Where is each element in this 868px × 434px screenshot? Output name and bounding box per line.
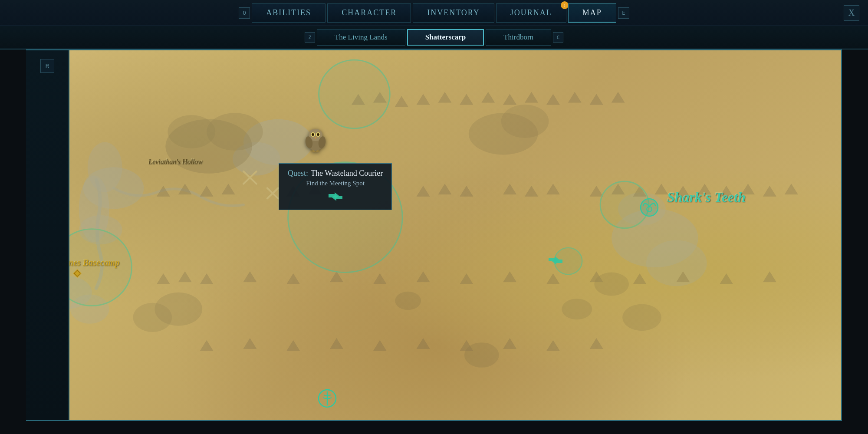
sub-tab-living-lands[interactable]: The Living Lands	[317, 29, 405, 46]
basecamp-icon[interactable]	[72, 269, 82, 280]
close-button[interactable]: X	[844, 5, 859, 21]
tab-abilities[interactable]: ABILITIES	[252, 3, 326, 23]
small-right-marker[interactable]	[548, 254, 563, 268]
sidebar-r-key[interactable]: R	[40, 59, 54, 73]
sub-tab-shatterscarp[interactable]: Shatterscarp	[407, 29, 484, 46]
tab-journal[interactable]: JOURNAL !	[496, 3, 566, 23]
svg-point-97	[312, 133, 314, 136]
map-sidebar: R	[26, 49, 69, 421]
map-background	[27, 50, 841, 420]
tab-character[interactable]: CHARACTER	[327, 3, 411, 23]
top-nav-bar: Q ABILITIES CHARACTER INVENTORY JOURNAL …	[0, 0, 868, 26]
journal-badge: !	[561, 1, 569, 9]
sub-left-key: Z	[305, 32, 315, 43]
tab-map[interactable]: MAP	[568, 3, 616, 23]
map-key-hint: E	[618, 7, 629, 19]
sub-tab-thirdborn[interactable]: Thirdborn	[486, 29, 551, 46]
owl-marker[interactable]	[305, 128, 326, 156]
abilities-key-hint: Q	[239, 7, 250, 19]
sub-nav-bar: Z The Living Lands Shatterscarp Thirdbor…	[0, 26, 868, 49]
right-location-marker[interactable]	[640, 198, 659, 219]
journal-label: JOURNAL	[510, 8, 552, 17]
bottom-marker[interactable]	[318, 389, 337, 410]
svg-point-98	[317, 133, 319, 136]
map-area[interactable]: Quest: The Wasteland Courier Find the Me…	[26, 49, 842, 421]
tab-inventory[interactable]: INVENTORY	[413, 3, 494, 23]
sub-right-key: C	[553, 32, 563, 43]
